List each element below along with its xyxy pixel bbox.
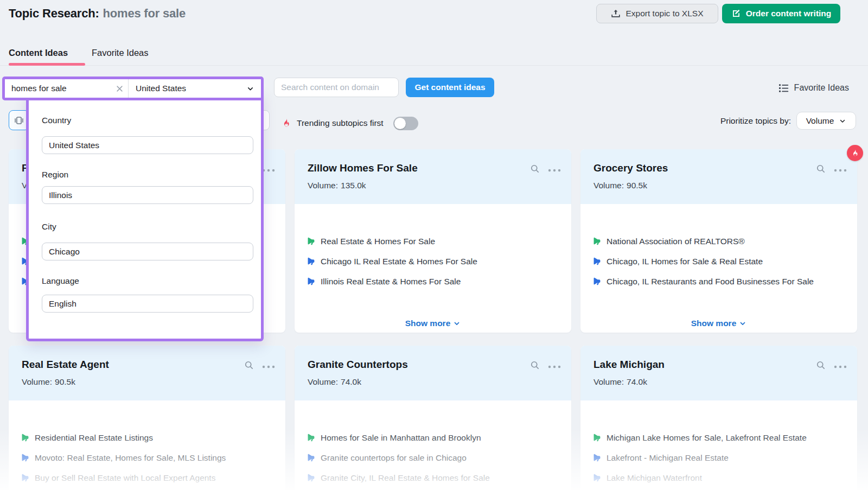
list-item[interactable]: Movoto: Real Estate, Homes for Sale, MLS… [21, 448, 276, 468]
language-field[interactable]: English [42, 295, 253, 313]
prioritize-select[interactable]: Volume [796, 112, 856, 130]
megaphone-icon [592, 433, 602, 442]
list-item[interactable]: Granite City, IL Real Estate & Homes for… [307, 468, 561, 488]
megaphone-icon [307, 473, 316, 482]
list-item[interactable]: Michigan Lake Homes for Sale, Lakefront … [592, 428, 847, 448]
list-item[interactable]: Chicago IL Real Estate & Homes For Sale [307, 251, 561, 271]
list-item-text: Residential Real Estate Listings [35, 433, 153, 443]
list-item-text: Chicago, IL Homes for Sale & Real Estate [607, 257, 763, 266]
tab-content-ideas[interactable]: Content Ideas [9, 48, 68, 58]
megaphone-icon [592, 473, 602, 482]
search-icon[interactable] [244, 360, 254, 371]
list-item-text: Chicago, IL Restaurants and Food Busines… [607, 277, 814, 287]
list-item[interactable]: Granite countertops for sale in Chicago [307, 448, 561, 468]
order-content-writing-button[interactable]: Order content writing [722, 4, 840, 23]
card-volume: Volume:90.5k [593, 181, 647, 190]
chevron-down-icon [739, 320, 746, 327]
list-icon [778, 83, 789, 93]
megaphone-icon [21, 433, 30, 442]
fire-icon [281, 118, 292, 129]
location-filters-panel: Country United States Region Illinois Ci… [26, 91, 264, 341]
export-topic-button[interactable]: Export topic to XLSX [596, 4, 718, 23]
more-options-icon[interactable] [834, 365, 847, 368]
megaphone-icon [307, 237, 316, 246]
keyword-input[interactable] [11, 84, 116, 93]
topic-card-lake-michigan: Lake Michigan Volume:74.0k Michigan Lake… [580, 346, 857, 490]
card-volume: Volume:90.5k [22, 377, 75, 387]
search-icon[interactable] [529, 163, 540, 174]
card-header: Real Estate Agent Volume:90.5k [9, 346, 285, 400]
page-title-prefix: Topic Research: [9, 7, 99, 20]
trending-subtopics-toggle[interactable] [393, 117, 418, 130]
list-item[interactable]: Illinois Real Estate & Homes For Sale [307, 271, 561, 291]
search-icon[interactable] [815, 163, 826, 174]
page-title-query: homes for sale [103, 7, 186, 20]
favorite-ideas-link[interactable]: Favorite Ideas [778, 81, 849, 94]
card-header: Lake Michigan Volume:74.0k [580, 346, 857, 400]
megaphone-icon [307, 277, 316, 286]
subtopic-list: National Association of REALTORS® Chicag… [580, 204, 857, 291]
more-options-icon[interactable] [548, 365, 561, 368]
card-volume: Volume:74.0k [593, 377, 647, 387]
list-item[interactable]: Lake Michigan Waterfront [592, 468, 847, 488]
search-icon[interactable] [815, 360, 826, 371]
topic-card-zillow-homes-for-sale: Zillow Homes For Sale Volume:135.0k Real… [295, 149, 571, 333]
show-more-link[interactable]: Show more [295, 319, 571, 328]
card-volume: Volume:135.0k [308, 181, 366, 190]
keyword-input-wrap [5, 79, 129, 98]
topic-card-granite-countertops: Granite Countertops Volume:74.0k Homes f… [295, 346, 571, 490]
prioritize-label: Prioritize topics by: [720, 116, 791, 126]
order-content-writing-label: Order content writing [746, 9, 832, 18]
clear-icon[interactable] [116, 85, 124, 93]
search-icon[interactable] [529, 360, 540, 371]
list-item[interactable]: Chicago, IL Restaurants and Food Busines… [592, 271, 847, 291]
toggle-knob [394, 118, 406, 129]
list-item-text: National Association of REALTORS® [607, 237, 745, 246]
more-options-icon[interactable] [262, 169, 275, 172]
list-item[interactable]: Buy or Sell Real Estate with Local Exper… [21, 468, 276, 488]
tabs-divider [0, 65, 868, 66]
list-item[interactable]: Lakefront - Michigan Real Estate [592, 448, 847, 468]
tab-favorite-ideas[interactable]: Favorite Ideas [92, 48, 149, 58]
location-value: United States [136, 84, 186, 93]
list-item[interactable]: Chicago, IL Homes for Sale & Real Estate [592, 251, 847, 271]
list-item-text: Granite countertops for sale in Chicago [321, 453, 467, 463]
trending-subtopics-row: Trending subtopics first [281, 116, 418, 130]
city-label: City [42, 222, 56, 232]
region-field[interactable]: Illinois [42, 186, 253, 204]
show-more-link[interactable]: Show more [580, 319, 857, 328]
prioritize-topics-row: Prioritize topics by: Volume [720, 112, 856, 130]
list-item[interactable]: Residential Real Estate Listings [21, 428, 276, 448]
chevron-down-icon [453, 320, 461, 327]
get-content-ideas-button[interactable]: Get content ideas [406, 78, 494, 97]
more-options-icon[interactable] [834, 169, 847, 172]
list-item[interactable]: National Association of REALTORS® [592, 231, 847, 251]
country-label: Country [42, 116, 71, 125]
city-field[interactable]: Chicago [42, 243, 253, 260]
pencil-square-icon [731, 9, 741, 18]
list-item-text: Chicago IL Real Estate & Homes For Sale [321, 257, 477, 266]
topic-card-real-estate-agent: Real Estate Agent Volume:90.5k Residenti… [9, 346, 285, 490]
region-label: Region [42, 170, 68, 180]
chevron-down-icon [839, 117, 846, 125]
upload-icon [611, 9, 621, 18]
card-title: Granite Countertops [308, 359, 408, 371]
more-options-icon[interactable] [548, 169, 561, 172]
domain-search-input[interactable] [274, 78, 399, 97]
prioritize-value: Volume [806, 116, 834, 126]
card-header: Granite Countertops Volume:74.0k [295, 346, 571, 400]
card-title: Lake Michigan [593, 359, 665, 371]
country-field[interactable]: United States [42, 136, 253, 154]
megaphone-icon [592, 453, 602, 462]
list-item-text: Illinois Real Estate & Homes For Sale [321, 277, 461, 287]
trending-badge [847, 145, 863, 161]
more-options-icon[interactable] [262, 365, 275, 368]
megaphone-icon [21, 473, 30, 482]
megaphone-icon [592, 277, 602, 286]
chevron-down-icon [246, 85, 254, 93]
list-item-text: Movoto: Real Estate, Homes for Sale, MLS… [35, 453, 226, 463]
subtopic-list: Real Estate & Homes For Sale Chicago IL … [295, 204, 571, 291]
list-item[interactable]: Homes for Sale in Manhattan and Brooklyn [307, 428, 561, 448]
list-item[interactable]: Real Estate & Homes For Sale [307, 231, 561, 251]
location-select[interactable]: United States [129, 79, 261, 98]
